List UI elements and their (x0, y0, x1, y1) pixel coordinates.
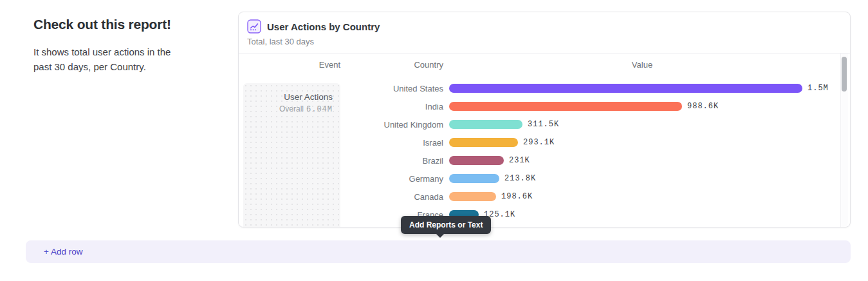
value-bar[interactable] (449, 84, 802, 93)
page-description: It shows total user actions in the past … (33, 45, 185, 74)
country-label: Israel (239, 138, 443, 148)
report-card-header: User Actions by Country Total, last 30 d… (239, 12, 850, 53)
chart-row[interactable]: United States 1.5M (239, 84, 850, 93)
chart-row[interactable]: Germany 213.8K (239, 174, 850, 183)
chart-row[interactable]: Brazil 231K (239, 156, 850, 165)
dashboard-canvas: Check out this report! It shows total us… (0, 0, 868, 281)
chart-row[interactable]: France 125.1K (239, 210, 850, 219)
country-label: Canada (239, 192, 443, 202)
bar-chart-body: Event Country Value User Actions Overall… (239, 53, 850, 227)
column-header-value: Value (449, 60, 835, 70)
country-label: Brazil (239, 156, 443, 166)
value-bar[interactable] (449, 156, 504, 165)
report-subtitle: Total, last 30 days (247, 37, 842, 46)
value-label: 213.8K (504, 174, 536, 183)
value-label: 231K (509, 156, 530, 165)
value-bar[interactable] (449, 174, 499, 183)
tooltip-arrow (436, 233, 445, 238)
add-row-button[interactable]: + Add row (26, 240, 851, 263)
value-label: 198.6K (501, 192, 533, 201)
chart-row[interactable]: United Kingdom 311.5K (239, 120, 850, 129)
text-card[interactable]: Check out this report! It shows total us… (33, 17, 194, 74)
add-row-label: + Add row (44, 247, 82, 257)
chart-row[interactable]: India 988.6K (239, 102, 850, 111)
value-bar[interactable] (449, 138, 518, 147)
event-name: User Actions (243, 92, 333, 102)
value-bar[interactable] (449, 102, 682, 111)
add-reports-tooltip: Add Reports or Text (401, 216, 491, 234)
value-label: 311.5K (528, 120, 559, 129)
value-bar[interactable] (449, 192, 496, 201)
tooltip-label: Add Reports or Text (409, 220, 483, 229)
value-bar[interactable] (449, 120, 522, 129)
country-label: Germany (239, 174, 443, 184)
country-label: United Kingdom (239, 120, 443, 130)
column-header-country: Country (239, 60, 443, 70)
value-label: 988.6K (687, 102, 719, 111)
chart-scrollbar[interactable] (840, 53, 848, 227)
report-card[interactable]: User Actions by Country Total, last 30 d… (238, 12, 851, 228)
value-label: 293.1K (523, 138, 555, 147)
country-label: United States (239, 84, 443, 93)
line-chart-icon (247, 19, 261, 34)
chart-row[interactable]: Canada 198.6K (239, 192, 850, 201)
value-label: 1.5M (808, 84, 829, 93)
scrollbar-thumb[interactable] (842, 57, 847, 92)
page-title: Check out this report! (33, 17, 194, 32)
chart-row[interactable]: Israel 293.1K (239, 138, 850, 147)
country-label: India (239, 102, 443, 111)
report-title[interactable]: User Actions by Country (267, 21, 380, 32)
